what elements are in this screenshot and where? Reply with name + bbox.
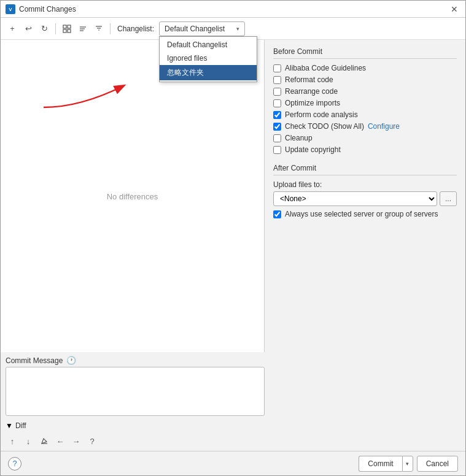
checkbox-todo-label: Check TODO (Show All) <box>285 122 364 131</box>
refresh-button[interactable]: ↻ <box>37 22 51 36</box>
checkbox-reformat-input[interactable] <box>273 76 281 84</box>
commit-message-label: Commit Message <box>6 356 63 365</box>
diff-toolbar: ↑ ↓ ← → ? <box>6 432 460 450</box>
checkbox-optimize: Optimize imports <box>273 99 457 107</box>
svg-rect-4 <box>63 29 66 33</box>
checkbox-optimize-label: Optimize imports <box>285 99 340 107</box>
sort-button[interactable] <box>76 22 90 36</box>
toolbar: + ↩ ↻ Changelist <box>1 18 465 40</box>
separator-2 <box>110 23 111 34</box>
checkbox-rearrange-label: Rearrange code <box>285 87 338 96</box>
changelist-item-default[interactable]: Default Changelist <box>160 38 257 52</box>
files-area: No differences <box>1 40 264 352</box>
no-differences-text: No differences <box>107 191 158 201</box>
checkbox-alibaba: Alibaba Code Guidelines <box>273 64 457 72</box>
title-bar: V Commit Changes ✕ <box>1 1 465 18</box>
add-button[interactable]: + <box>6 22 19 36</box>
before-commit-title: Before Commit <box>273 47 457 59</box>
svg-rect-5 <box>68 29 71 33</box>
changelist-item-ignored[interactable]: Ignored files <box>160 52 257 65</box>
checkbox-perform-label: Perform code analysis <box>285 110 358 119</box>
changelist-selected-value: Default Changelist <box>165 25 225 33</box>
upload-browse-button[interactable]: ... <box>440 191 457 206</box>
checkbox-reformat-label: Reformat code <box>285 75 333 84</box>
left-panel: No differences <box>1 40 265 352</box>
diff-label: Diff <box>15 421 26 430</box>
upload-row: <None> ... <box>273 191 457 206</box>
bottom-left: ? <box>8 457 355 470</box>
checkbox-rearrange: Rearrange code <box>273 87 457 96</box>
upload-select[interactable]: <None> <box>273 191 437 206</box>
chevron-down-icon: ▾ <box>236 26 239 32</box>
window-title: Commit Changes <box>19 5 448 13</box>
help-button[interactable]: ? <box>8 457 21 470</box>
commit-button-group: Commit ▾ <box>359 456 413 472</box>
filter-button[interactable] <box>92 22 106 36</box>
checkbox-always-use: Always use selected server or group of s… <box>273 210 457 218</box>
red-arrow-annotation <box>31 77 136 113</box>
checkbox-rearrange-input[interactable] <box>273 88 281 96</box>
separator-1 <box>55 23 56 34</box>
changelist-select-button[interactable]: Default Changelist ▾ <box>159 21 245 36</box>
checkbox-cleanup-label: Cleanup <box>285 134 313 142</box>
diff-left-button[interactable]: ← <box>53 434 67 448</box>
checkbox-optimize-input[interactable] <box>273 99 281 107</box>
checkbox-reformat: Reformat code <box>273 75 457 84</box>
diff-section: ▼ Diff ↑ ↓ ← → ? <box>1 418 465 451</box>
bottom-bar: ? Commit ▾ Cancel <box>1 451 465 475</box>
checkbox-todo: Check TODO (Show All) Configure <box>273 122 457 131</box>
after-commit-section: After Commit Upload files to: <None> ...… <box>273 164 457 218</box>
after-commit-title: After Commit <box>273 164 457 175</box>
changelist-dropdown[interactable]: Default Changelist ▾ Default Changelist … <box>159 21 245 36</box>
checkbox-cleanup: Cleanup <box>273 134 457 142</box>
checkbox-always-use-label: Always use selected server or group of s… <box>285 210 438 218</box>
cancel-button[interactable]: Cancel <box>417 456 458 472</box>
checkbox-perform-input[interactable] <box>273 111 281 119</box>
diff-prev-button[interactable]: ↑ <box>6 434 19 448</box>
diff-collapse-icon: ▼ <box>6 421 13 430</box>
app-icon: V <box>6 4 15 14</box>
changelist-item-忽略文件夹[interactable]: 忽略文件夹 <box>160 65 257 80</box>
clock-icon[interactable]: 🕐 <box>66 356 76 365</box>
commit-dropdown-button[interactable]: ▾ <box>402 456 413 472</box>
configure-link[interactable]: Configure <box>368 122 400 131</box>
main-content: No differences Before Commit Alibaba Cod… <box>1 40 465 352</box>
close-button[interactable]: ✕ <box>448 3 460 15</box>
checkbox-alibaba-label: Alibaba Code Guidelines <box>285 64 366 72</box>
checkbox-copyright-label: Update copyright <box>285 145 341 154</box>
checkbox-copyright: Update copyright <box>273 145 457 154</box>
upload-label: Upload files to: <box>273 180 457 189</box>
changelist-label: Changelist: <box>117 25 154 33</box>
diff-help-button[interactable]: ? <box>85 434 99 448</box>
svg-rect-3 <box>68 25 71 28</box>
commit-message-section: Commit Message 🕐 <box>1 352 465 418</box>
diff-right-button[interactable]: → <box>69 434 83 448</box>
svg-rect-2 <box>63 25 66 28</box>
checkbox-perform: Perform code analysis <box>273 110 457 119</box>
right-panel: Before Commit Alibaba Code Guidelines Re… <box>265 40 465 352</box>
changelist-menu: Default Changelist Ignored files 忽略文件夹 <box>159 36 257 82</box>
commit-message-header: Commit Message 🕐 <box>6 356 460 365</box>
commit-message-textarea[interactable] <box>6 367 265 416</box>
checkbox-always-use-input[interactable] <box>273 210 281 218</box>
svg-text:V: V <box>9 7 12 12</box>
checkbox-copyright-input[interactable] <box>273 146 281 154</box>
main-window: V Commit Changes ✕ + ↩ ↻ <box>0 0 466 476</box>
group-button[interactable] <box>60 22 74 36</box>
diff-header[interactable]: ▼ Diff <box>6 419 460 432</box>
commit-button[interactable]: Commit <box>359 456 402 472</box>
diff-edit-button[interactable] <box>37 434 51 448</box>
checkbox-cleanup-input[interactable] <box>273 134 281 142</box>
diff-next-button[interactable]: ↓ <box>21 434 35 448</box>
checkbox-alibaba-input[interactable] <box>273 64 281 72</box>
checkbox-todo-input[interactable] <box>273 123 281 131</box>
undo-button[interactable]: ↩ <box>21 22 35 36</box>
